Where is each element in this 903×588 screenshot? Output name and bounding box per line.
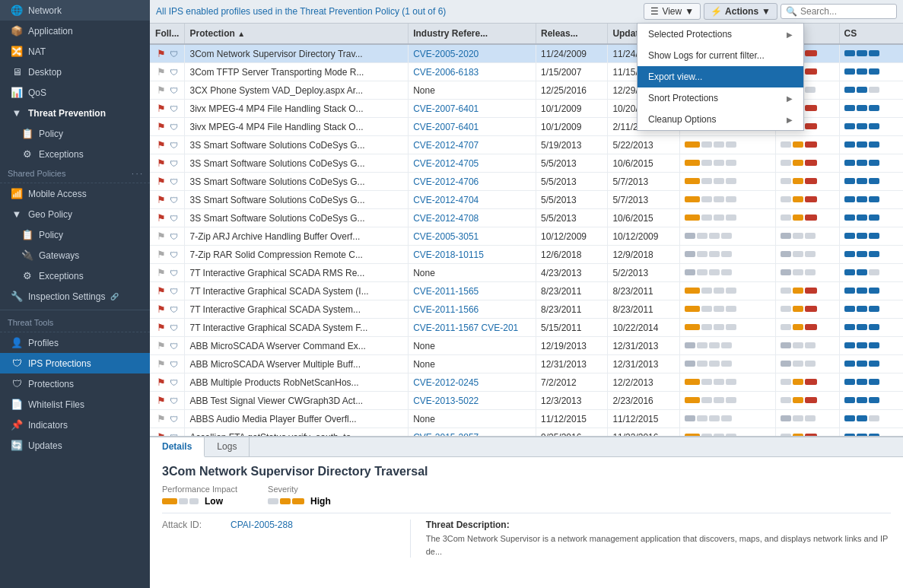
svg-rect-38 <box>857 105 867 111</box>
table-row[interactable]: ⚑ 🛡 7-Zip RAR Solid Compression Remote C… <box>150 246 903 264</box>
cell-sev <box>775 300 839 319</box>
svg-rect-7 <box>844 50 855 56</box>
svg-rect-97 <box>844 215 855 221</box>
cell-industry: CVE-2011-1565 <box>409 282 536 300</box>
cell-release: 5/5/2013 <box>536 173 607 191</box>
table-row[interactable]: ⚑ 🛡 ABB MicroSCADA Wserver Command Ex...… <box>150 337 903 355</box>
dropdown-item-export-view[interactable]: Export view... <box>638 66 803 87</box>
cell-sev <box>775 136 839 154</box>
svg-rect-172 <box>709 361 720 367</box>
sidebar-item-profiles[interactable]: 👤 Profiles <box>0 332 150 353</box>
col-header-follow[interactable]: Foll... <box>150 24 185 44</box>
svg-rect-88 <box>857 196 867 202</box>
dropdown-item-show-logs[interactable]: Show Logs for current filter... <box>638 45 803 66</box>
svg-rect-158 <box>857 324 867 330</box>
table-row[interactable]: ⚑ 🛡 3S Smart Software Solutions CoDeSys … <box>150 136 903 154</box>
svg-rect-165 <box>793 342 803 348</box>
sidebar-item-exceptions[interactable]: ⚙ Exceptions <box>0 144 150 164</box>
cell-update: 12/31/2013 <box>608 355 679 373</box>
cell-update: 5/7/2013 <box>608 173 679 191</box>
dropdown-item-snort-protections[interactable]: Snort Protections ▶ <box>638 87 803 109</box>
table-row[interactable]: ⚑ 🛡 ABB Test Signal Viewer CWGraph3D Act… <box>150 392 903 410</box>
sidebar-item-mobile-access[interactable]: 📶 Mobile Access <box>0 183 150 204</box>
sidebar-item-updates[interactable]: 🔄 Updates <box>0 435 150 456</box>
svg-rect-149 <box>869 306 879 312</box>
sidebar-item-indicators[interactable]: 📌 Indicators <box>0 415 150 435</box>
flag-icon: ⚑ <box>157 48 166 59</box>
cell-follow: ⚑ 🛡 <box>150 282 185 300</box>
cell-industry: CVE-2012-4705 <box>409 154 536 173</box>
table-row[interactable]: ⚑ 🛡 7T Interactive Graphical SCADA Syste… <box>150 319 903 337</box>
performance-label: Performance Impact <box>162 485 237 494</box>
svg-rect-95 <box>793 215 803 221</box>
dropdown-item-selected-protections[interactable]: Selected Protections ▶ <box>638 24 803 45</box>
mobile-access-icon: 📶 <box>11 188 23 199</box>
view-button[interactable]: ☰ View ▼ <box>644 3 701 20</box>
col-header-release[interactable]: Releas... <box>536 24 607 44</box>
col-header-protection[interactable]: Protection ▲ <box>185 24 409 44</box>
table-row[interactable]: ⚑ 🛡 3S Smart Software Solutions CoDeSys … <box>150 154 903 173</box>
sidebar-item-desktop[interactable]: 🖥 Desktop <box>0 62 150 82</box>
search-input[interactable] <box>800 6 892 17</box>
tab-details[interactable]: Details <box>150 437 205 457</box>
table-row[interactable]: ⚑ 🛡 ABBS Audio Media Player Buffer Overf… <box>150 410 903 428</box>
sidebar-item-policy2[interactable]: 📋 Policy <box>0 224 150 245</box>
svg-rect-18 <box>857 68 867 75</box>
sidebar-item-geo-policy[interactable]: ▼ Geo Policy <box>0 204 150 224</box>
svg-rect-56 <box>805 141 817 148</box>
svg-rect-26 <box>805 87 816 93</box>
table-row[interactable]: ⚑ 🛡 ABB MicroSCADA Wserver Multiple Buff… <box>150 355 903 373</box>
svg-rect-99 <box>869 215 879 221</box>
cell-industry: None <box>409 81 536 100</box>
col-header-cs[interactable]: CS <box>839 24 903 44</box>
svg-rect-206 <box>805 415 816 421</box>
svg-rect-122 <box>709 269 720 275</box>
threat-desc-text: The 3Com Network Supervisor is a network… <box>426 532 891 558</box>
table-row[interactable]: ⚑ 🛡 7-Zip ARJ Archive Handling Buffer Ov… <box>150 227 903 246</box>
sidebar-item-qos[interactable]: 📊 QoS <box>0 82 150 103</box>
cell-perf <box>679 355 775 373</box>
svg-rect-72 <box>714 178 724 184</box>
sidebar-item-threat-prevention[interactable]: ▼ Threat Prevention <box>0 103 150 123</box>
svg-rect-87 <box>844 196 855 202</box>
cell-release: 12/3/2013 <box>536 392 607 410</box>
table-row[interactable]: ⚑ 🛡 7T Interactive Graphical SCADA Syste… <box>150 282 903 300</box>
cell-cs <box>839 246 903 264</box>
sidebar-item-policy[interactable]: 📋 Policy <box>0 123 150 144</box>
sidebar-item-ips-protections[interactable]: 🛡 IPS Protections <box>0 353 150 373</box>
table-row[interactable]: ⚑ 🛡 3S Smart Software Solutions CoDeSys … <box>150 173 903 191</box>
sidebar-item-gateways[interactable]: 🔌 Gateways <box>0 245 150 265</box>
attack-id-field: Attack ID: CPAI-2005-288 <box>162 520 395 530</box>
sidebar-item-protections[interactable]: 🛡 Protections <box>0 373 150 394</box>
cell-release: 5/19/2013 <box>536 136 607 154</box>
sidebar-item-application[interactable]: 📦 Application <box>0 21 150 41</box>
flag-icon: ⚑ <box>157 139 166 151</box>
table-row[interactable]: ⚑ 🛡 7T Interactive Graphical SCADA RMS R… <box>150 264 903 282</box>
detail-title: 3Com Network Supervisor Directory Traver… <box>162 465 891 478</box>
svg-rect-179 <box>869 361 879 367</box>
sidebar-item-inspection-settings[interactable]: 🔧 Inspection Settings 🔗 <box>0 286 150 307</box>
tab-logs[interactable]: Logs <box>205 437 250 456</box>
dropdown-item-cleanup-options[interactable]: Cleanup Options ▶ <box>638 109 803 130</box>
table-row[interactable]: ⚑ 🛡 3S Smart Software Solutions CoDeSys … <box>150 209 903 227</box>
network-icon: 🌐 <box>11 5 23 16</box>
sidebar-item-whitelist-files[interactable]: 📄 Whitelist Files <box>0 394 150 415</box>
svg-rect-184 <box>781 379 791 385</box>
nat-icon: 🔀 <box>11 46 23 57</box>
svg-rect-93 <box>726 215 736 221</box>
table-row[interactable]: ⚑ 🛡 7T Interactive Graphical SCADA Syste… <box>150 300 903 319</box>
table-row[interactable]: ⚑ 🛡 Accellion FTA getStatus verify_oauth… <box>150 428 903 437</box>
cell-follow: ⚑ 🛡 <box>150 173 185 191</box>
svg-rect-113 <box>721 251 732 257</box>
sidebar-item-nat[interactable]: 🔀 NAT <box>0 41 150 62</box>
table-row[interactable]: ⚑ 🛡 3S Smart Software Solutions CoDeSys … <box>150 191 903 209</box>
sidebar-item-exceptions2[interactable]: ⚙ Exceptions <box>0 265 150 286</box>
sidebar-item-network[interactable]: 🌐 Network <box>0 0 150 21</box>
actions-button[interactable]: ⚡ Actions ▼ <box>704 3 777 20</box>
table-row[interactable]: ⚑ 🛡 ABB Multiple Products RobNetScanHos.… <box>150 373 903 392</box>
cell-protection: 3S Smart Software Solutions CoDeSys G... <box>185 154 409 173</box>
cell-cs <box>839 81 903 100</box>
col-header-industry[interactable]: Industry Refere... <box>409 24 536 44</box>
cell-update: 10/22/2014 <box>608 319 679 337</box>
sidebar-item-label: Mobile Access <box>28 189 87 199</box>
